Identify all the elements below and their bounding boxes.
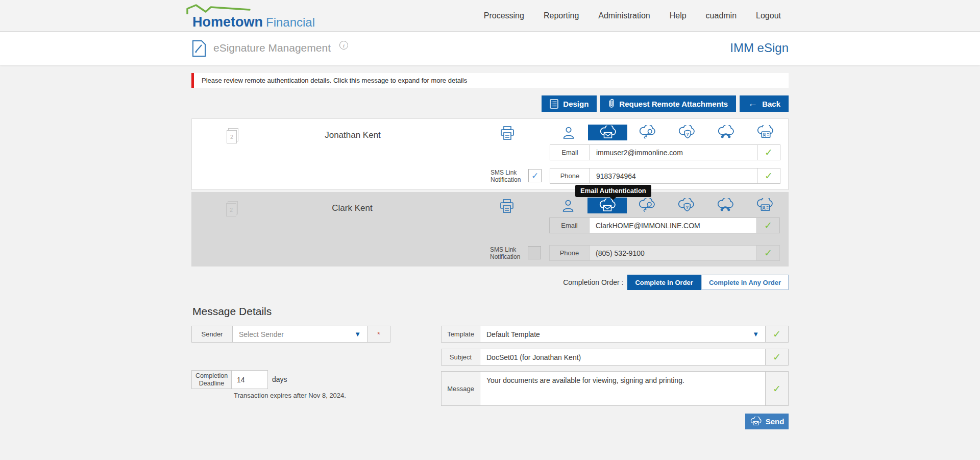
subject-input[interactable]: [480, 349, 765, 365]
back-button[interactable]: ← Back: [740, 95, 789, 112]
sender-placeholder: Select Sender: [239, 330, 284, 338]
recipient-name: Clark Kent: [258, 203, 447, 213]
complete-in-any-order-button[interactable]: Complete in Any Order: [701, 275, 789, 290]
phone-authentication-icon[interactable]: [705, 198, 745, 213]
template-row: Template Default Template ▼ ✓: [441, 326, 789, 343]
template-value: Default Template: [486, 330, 540, 338]
sender-label: Sender: [192, 326, 233, 342]
main-nav: Processing Reporting Administration Help…: [484, 0, 781, 32]
email-label: Email: [550, 145, 590, 160]
sender-select[interactable]: Select Sender ▼: [233, 326, 367, 342]
phone-label: Phone: [550, 246, 590, 260]
recipient-row: 2 Jonathan Kent ? Email ✓ SMS Link N: [191, 118, 789, 190]
design-document-icon: [550, 99, 558, 109]
recipient-row: 2 Clark Kent ? Email ✓ SMS Link Noti: [191, 192, 789, 267]
brand-name-secondary: Financial: [266, 15, 315, 29]
completion-deadline-input[interactable]: [232, 371, 267, 389]
paperclip-icon: [608, 99, 615, 109]
nav-item-processing[interactable]: Processing: [484, 11, 524, 20]
template-select[interactable]: Default Template ▼: [480, 326, 765, 342]
template-label: Template: [442, 326, 480, 342]
print-icon[interactable]: [499, 125, 516, 141]
id-verification-icon[interactable]: [745, 198, 784, 213]
subject-row: Subject ✓: [441, 349, 789, 366]
email-authentication-tooltip: Email Authentication: [575, 185, 651, 197]
print-icon[interactable]: [499, 198, 515, 214]
email-field-row: Email ✓: [549, 217, 780, 233]
nav-item-administration[interactable]: Administration: [598, 11, 650, 20]
phone-field-row: Phone ✓: [550, 168, 780, 184]
alert-text: Please review remote authentication deta…: [202, 77, 467, 84]
completion-order-row: Completion Order : Complete in Order Com…: [191, 275, 789, 290]
email-field-row: Email ✓: [550, 144, 780, 160]
brand-name-primary: Hometown: [192, 14, 263, 30]
send-button[interactable]: Send: [745, 414, 789, 429]
design-button[interactable]: Design: [542, 95, 597, 112]
message-textarea[interactable]: Your documents are available for viewing…: [480, 372, 765, 405]
top-header-bar: HometownFinancial Processing Reporting A…: [0, 0, 980, 32]
esign-document-icon: [191, 40, 207, 57]
sender-row: Sender Select Sender ▼ *: [191, 326, 390, 343]
completion-order-label: Completion Order :: [563, 278, 623, 286]
password-authentication-icon[interactable]: [627, 198, 666, 213]
nav-item-help[interactable]: Help: [670, 11, 687, 20]
complete-in-order-button[interactable]: Complete in Order: [627, 275, 700, 290]
subject-valid-check-icon: ✓: [765, 349, 788, 365]
phone-authentication-icon[interactable]: [706, 125, 745, 140]
sms-link-notification-checkbox[interactable]: [528, 246, 541, 259]
password-authentication-icon[interactable]: [627, 125, 667, 140]
document-pages-icon: 2: [227, 128, 240, 144]
recipient-name: Jonathan Kent: [258, 130, 447, 140]
svg-text:?: ?: [685, 205, 689, 210]
nav-item-logout[interactable]: Logout: [756, 11, 781, 20]
authentication-options: ?: [548, 198, 784, 213]
expiry-note: Transaction expires after Nov 8, 2024.: [234, 392, 346, 399]
request-remote-attachments-label: Request Remote Attachments: [619, 100, 728, 108]
phone-field-row: Phone ✓: [549, 245, 780, 261]
phone-input[interactable]: [590, 168, 757, 183]
id-verification-icon[interactable]: [745, 125, 785, 140]
page-count-badge: 2: [226, 203, 236, 216]
page-title: eSignature Management: [213, 42, 331, 54]
message-row: Message Your documents are available for…: [441, 371, 789, 406]
info-icon[interactable]: i: [339, 41, 348, 50]
message-details-heading: Message Details: [192, 305, 272, 318]
email-input[interactable]: [590, 145, 757, 160]
back-button-label: Back: [762, 100, 780, 108]
sms-link-notification-checkbox[interactable]: ✓: [528, 169, 542, 182]
email-authentication-icon[interactable]: [588, 125, 627, 140]
sms-link-notification-label: SMS Link Notification: [491, 169, 525, 183]
review-auth-alert[interactable]: Please review remote authentication deta…: [191, 73, 789, 88]
chevron-down-icon: ▼: [752, 330, 759, 338]
action-toolbar: Design Request Remote Attachments ← Back: [191, 95, 789, 112]
product-name: IMM eSign: [730, 41, 789, 55]
phone-label: Phone: [550, 168, 590, 183]
phone-valid-check-icon: ✓: [757, 168, 780, 183]
required-marker: *: [367, 326, 390, 342]
phone-input[interactable]: [590, 246, 756, 260]
email-valid-check-icon: ✓: [757, 145, 780, 160]
subject-label: Subject: [442, 349, 480, 365]
nav-item-reporting[interactable]: Reporting: [544, 11, 579, 20]
message-label: Message: [442, 372, 480, 405]
authentication-options: ?: [549, 125, 785, 140]
nav-item-user-cuadmin[interactable]: cuadmin: [706, 11, 737, 20]
recipient-info-icon[interactable]: [549, 125, 588, 140]
security-question-icon[interactable]: ?: [666, 198, 705, 213]
page-title-bar: eSignature Management i IMM eSign: [0, 32, 980, 65]
design-button-label: Design: [563, 100, 589, 108]
email-authentication-icon[interactable]: [587, 198, 627, 213]
email-label: Email: [550, 218, 590, 233]
phone-valid-check-icon: ✓: [756, 246, 779, 260]
email-input[interactable]: [590, 218, 756, 233]
template-valid-check-icon: ✓: [765, 326, 788, 342]
completion-deadline-row: Completion Deadline: [191, 370, 268, 389]
deadline-unit-label: days: [272, 375, 287, 383]
recipient-info-icon[interactable]: [548, 198, 587, 213]
send-button-label: Send: [766, 417, 785, 426]
request-remote-attachments-button[interactable]: Request Remote Attachments: [600, 95, 736, 112]
svg-text:?: ?: [686, 132, 689, 137]
sms-link-notification-label: SMS Link Notification: [490, 246, 525, 260]
security-question-icon[interactable]: ?: [667, 125, 706, 140]
brand-logo[interactable]: HometownFinancial: [186, 4, 319, 30]
